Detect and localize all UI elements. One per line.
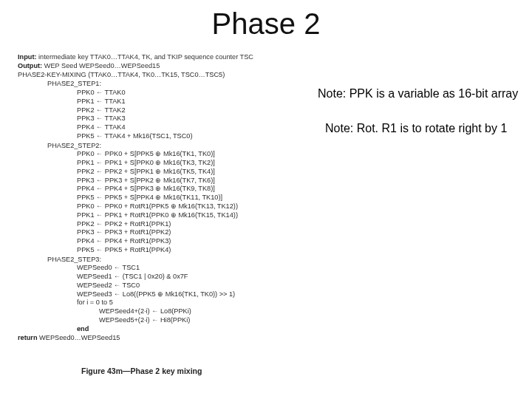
note-ppk: Note: PPK is a variable as 16-bit array [318,87,518,100]
step2-label: PHASE2_STEP2: [18,142,313,151]
step2-line: PPK1 ← PPK1 + RotR1(PPK0 ⊕ Mk16(TK15, TK… [18,211,313,220]
step2-line: PPK3 ← PPK3 + S[PPK2 ⊕ Mk16(TK7, TK6)] [18,177,313,185]
step1-line: PPK2 ← TTAK2 [18,106,313,115]
return-val: WEPSeed0…WEPSeed15 [39,334,120,341]
step1-line: PPK3 ← TTAK3 [18,115,313,123]
output-text: WEP Seed WEPSeed0…WEPSeed15 [44,62,160,69]
slide-title: Phase 2 [0,7,532,41]
step3-loop-line: WEPSeed4+(2·i) ← Lo8(PPKi) [18,307,313,316]
end-line: end [18,325,313,334]
figure-caption: Figure 43m—Phase 2 key mixing [81,366,202,375]
step2-line: PPK0 ← PPK0 + S[PPK5 ⊕ Mk16(TK1, TK0)] [18,150,313,159]
return-kw: return [18,334,39,341]
step3-line: WEPSeed0 ← TSC1 [18,264,313,273]
step3-loop-line: WEPSeed5+(2·i) ← Hi8(PPKi) [18,316,313,325]
figure-caption-bold: Figure 43m—Phase 2 key mixing [81,366,202,375]
step3-line: WEPSeed2 ← TSC0 [18,282,313,290]
step2-line: PPK2 ← PPK2 + RotR1(PPK1) [18,220,313,229]
step3-label: PHASE2_STEP3: [18,256,313,265]
note-rotr1: Note: Rot. R1 is to rotate right by 1 [325,122,507,135]
step3-line: WEPSeed3 ← Lo8((PPK5 ⊕ Mk16(TK1, TK0)) >… [18,290,313,299]
step2-line: PPK0 ← PPK0 + RotR1(PPK5 ⊕ Mk16(TK13, TK… [18,202,313,211]
return-line: return WEPSeed0…WEPSeed15 [18,334,313,343]
input-line: Input: intermediate key TTAK0…TTAK4, TK,… [18,53,313,62]
step1-line: PPK1 ← TTAK1 [18,98,313,106]
step1-label: PHASE2_STEP1: [18,80,313,89]
step3-line: WEPSeed1 ← (TSC1 | 0x20) & 0x7F [18,273,313,282]
step2-line: PPK4 ← PPK4 + S[PPK3 ⊕ Mk16(TK9, TK8)] [18,185,313,194]
end-kw: end [77,325,89,332]
step2-line: PPK2 ← PPK2 + S[PPK1 ⊕ Mk16(TK5, TK4)] [18,168,313,177]
step2-line: PPK1 ← PPK1 + S[PPK0 ⊕ Mk16(TK3, TK2)] [18,159,313,168]
step3-for: for i = 0 to 5 [18,299,313,307]
step2-line: PPK5 ← PPK5 + S[PPK4 ⊕ Mk16(TK11, TK10)] [18,194,313,202]
step2-line: PPK3 ← PPK3 + RotR1(PPK2) [18,228,313,237]
algorithm-block: Input: intermediate key TTAK0…TTAK4, TK,… [18,53,313,342]
step1-line: PPK0 ← TTAK0 [18,89,313,98]
step1-line: PPK4 ← TTAK4 [18,123,313,132]
step2-line: PPK5 ← PPK5 + RotR1(PPK4) [18,246,313,255]
slide: Phase 2 Note: PPK is a variable as 16-bi… [0,0,532,399]
output-line: Output: WEP Seed WEPSeed0…WEPSeed15 [18,62,313,71]
step1-line: PPK5 ← TTAK4 + Mk16(TSC1, TSC0) [18,132,313,141]
input-text: intermediate key TTAK0…TTAK4, TK, and TK… [38,53,253,61]
step2-line: PPK4 ← PPK4 + RotR1(PPK3) [18,237,313,246]
call-line: PHASE2-KEY-MIXING (TTAK0…TTAK4, TK0…TK15… [18,71,313,80]
